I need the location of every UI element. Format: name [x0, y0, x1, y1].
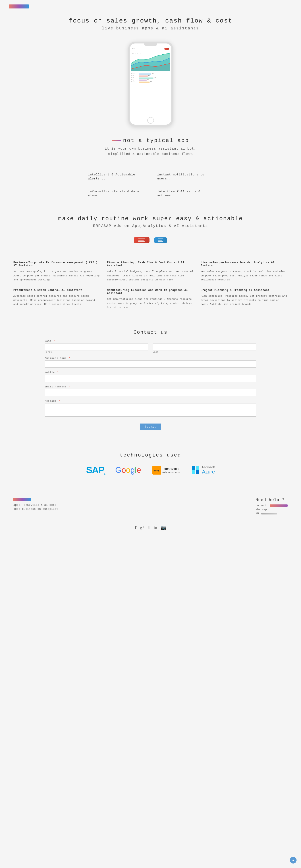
phone-data-rows: Sales 72% Cost 55% Cash 85% Proj [131, 72, 170, 84]
name-label: Name * [45, 340, 256, 342]
card-6-body: Plan schedules, resource needs. Set proj… [200, 294, 288, 307]
tech-logos: SAP ® Google aws amazon [13, 465, 288, 475]
phone-data-row: Cash 85% [131, 78, 170, 79]
name-group: Name * First Last [45, 340, 256, 353]
svg-text:aws: aws [154, 469, 160, 472]
contact-title: Contact us [45, 330, 256, 335]
chart-svg: KPI Dashboard [131, 50, 170, 72]
feature-item-4: intuitive follow-ups & actions.. [150, 185, 220, 202]
footer: apps, analytics & ai bots keep business … [0, 489, 301, 521]
feature-item-3: informative visuals & data views.. [81, 185, 150, 202]
card-3-title: Live sales performance boards, Analytics… [200, 261, 288, 267]
phone-top-bar: 9:41 [131, 48, 170, 50]
phone-mockup: 9:41 [128, 42, 173, 126]
phone-data-row: Sales 72% [131, 73, 170, 75]
linkedin-icon[interactable]: in [154, 525, 157, 530]
logo[interactable] [9, 4, 29, 8]
make-daily-section: make daily routine work super easy & act… [0, 209, 301, 232]
connect-text: connect [255, 504, 288, 507]
feature-item-2: instant notifications to users.. [150, 168, 220, 185]
amazon-icon: aws [153, 466, 161, 474]
google-logo: Google [115, 465, 141, 475]
card-5: Manufacturing Execution and work in prog… [107, 289, 194, 310]
business-name-group: Business Name * [45, 357, 256, 368]
phone-action-button [164, 48, 169, 50]
phone-mockup-container: 9:41 [0, 35, 301, 133]
card-6: Project Planning & Tracking AI Assistant… [200, 289, 288, 310]
features-grid: intelligent & Actionable alerts .. insta… [73, 168, 229, 202]
phone-data-row: Proj 48% [131, 80, 170, 81]
card-4-body: Automate stock control measures and meas… [13, 294, 101, 307]
phone-home-button[interactable] [147, 117, 154, 124]
not-typical-section: not a typical app it is your own busines… [0, 133, 301, 161]
svg-rect-6 [192, 466, 195, 470]
phone-notch [144, 43, 157, 46]
last-label: Last [153, 351, 256, 353]
app-icon-blue [154, 238, 167, 243]
tech-section: technologies used SAP ® Google aws [0, 443, 301, 485]
app-icon-lines-blue [156, 238, 165, 243]
business-name-label: Business Name * [45, 357, 256, 360]
azure-icon [191, 466, 200, 474]
email-input[interactable] [45, 389, 256, 396]
card-2-body: Make financial budgets, cash flow plans … [107, 270, 194, 282]
svg-text:KPI Dashboard: KPI Dashboard [132, 54, 141, 55]
app-icon-red [134, 237, 149, 243]
card-1-title: Business/Corporate Performance managemen… [13, 261, 101, 267]
mobile-input[interactable] [45, 375, 256, 382]
cards-section: Business/Corporate Performance managemen… [0, 254, 301, 316]
amazon-logo: aws amazon web services™ [153, 466, 180, 474]
tech-title: technologies used [13, 453, 288, 458]
social-bar: 𝐟 g⁺ 𝕥 in 📷 [0, 521, 301, 537]
email-label: Email Address * [45, 385, 256, 388]
footer-logo [13, 498, 31, 501]
business-name-input[interactable] [45, 361, 256, 368]
phone-chart: KPI Dashboard [131, 50, 170, 72]
contact-form: Name * First Last Business Name * [45, 340, 256, 430]
card-6-title: Project Planning & Tracking AI Assistant [200, 289, 288, 292]
card-3: Live sales performance boards, Analytics… [200, 261, 288, 282]
need-help-title: Need help ? [255, 498, 288, 502]
instagram-icon[interactable]: 📷 [161, 525, 166, 530]
hero-headline: focus on sales growth, cash flow & cost [9, 18, 292, 24]
message-group: Message * [45, 400, 256, 418]
phone-text: +6 [255, 512, 288, 515]
card-3-body: Set Sales targets to teams, track in rea… [200, 270, 288, 282]
subtitle-line-left [112, 140, 121, 141]
submit-button[interactable]: Submit [140, 424, 161, 430]
card-2: Finance Planning, Cash flow & Cost Contr… [107, 261, 194, 282]
name-row: First Last [45, 343, 256, 353]
first-name-input[interactable] [45, 343, 148, 350]
not-typical-description: it is your own business assistant ai bot… [9, 146, 292, 157]
phone-data-row: Cost 55% [131, 75, 170, 77]
facebook-icon[interactable]: 𝐟 [135, 525, 136, 530]
footer-tagline-2: keep business on autopilot [13, 507, 58, 511]
connect-bar [270, 504, 288, 507]
whatsapp-text: whatsapp: [255, 508, 288, 511]
card-1-body: Set business goals, kpi targets and revi… [13, 270, 101, 282]
message-textarea[interactable] [45, 403, 256, 416]
card-1: Business/Corporate Performance managemen… [13, 261, 101, 282]
hero-subheadline: live business apps & ai assistants [9, 26, 292, 31]
mobile-group: Mobile * [45, 371, 256, 382]
not-typical-title: not a typical app [123, 137, 189, 144]
make-daily-subheadline: ERP/SAP Add on App,Analytics & AI Assist… [9, 224, 292, 228]
svg-rect-7 [196, 466, 199, 470]
contact-section: Contact us Name * First Last Business Na… [0, 321, 301, 439]
mobile-label: Mobile * [45, 371, 256, 374]
svg-rect-8 [192, 470, 195, 474]
footer-left: apps, analytics & ai bots keep business … [13, 498, 58, 512]
app-icons-row [0, 232, 301, 250]
twitter-icon[interactable]: 𝕥 [148, 525, 150, 530]
app-icon-lines [137, 238, 147, 243]
svg-rect-9 [196, 470, 199, 474]
feature-item-1: intelligent & Actionable alerts .. [81, 168, 150, 185]
footer-tagline-1: apps, analytics & ai bots [13, 503, 58, 507]
make-daily-headline: make daily routine work super easy & act… [9, 215, 292, 222]
last-name-input[interactable] [153, 343, 256, 350]
google-plus-icon[interactable]: g⁺ [140, 525, 144, 530]
message-label: Message * [45, 400, 256, 402]
header [0, 0, 301, 11]
subtitle-bar: not a typical app [9, 137, 292, 144]
card-4: Procurement & Stock Control AI Assistant… [13, 289, 101, 310]
